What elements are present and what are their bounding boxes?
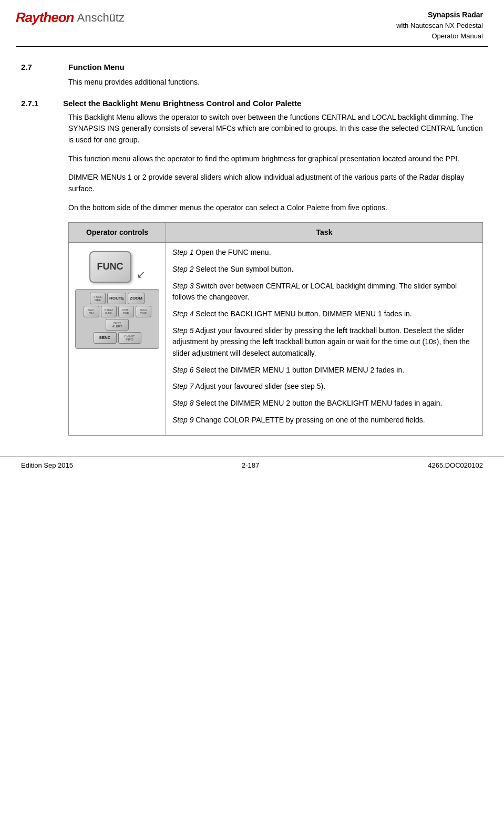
keypad-row-3: TEST ALERT <box>79 319 156 331</box>
anschutz-wordmark: Anschütz <box>77 11 125 25</box>
step-8: Step 8 Select the DIMMER MENU 2 button t… <box>172 398 476 409</box>
raytheon-logo: Raytheon Anschütz <box>16 9 125 26</box>
step-7: Step 7 Adjust your favoured slider (see … <box>172 381 476 393</box>
section-271-para2: This function menu allows the operator t… <box>68 153 483 165</box>
key-stem: STEM EAR <box>101 306 117 317</box>
table-header-task: Task <box>166 222 483 243</box>
task-cell: Step 1 Open the FUNC menu.Step 2 Select … <box>166 243 483 436</box>
section-27-para: This menu provides additional functions. <box>68 77 483 88</box>
key-mag: MAG CUR <box>136 306 151 317</box>
controls-cell: FUNC ↙ T-SCE OFF <box>69 243 166 436</box>
section-271-title: Select the Backlight Menu Brightness Con… <box>63 99 301 108</box>
section-271-para3: DIMMER MENUs 1 or 2 provide several slid… <box>68 172 483 194</box>
step-6: Step 6 Select the DIMMER MENU 1 button D… <box>172 365 476 376</box>
section-271-num: 2.7.1 <box>21 99 53 108</box>
section-27-title: Function Menu <box>68 63 125 71</box>
document-title-line3: Operator Manual <box>396 31 483 42</box>
raytheon-wordmark: Raytheon <box>16 9 74 26</box>
logo-area: Raytheon Anschütz <box>16 9 125 26</box>
step-1: Step 1 Open the FUNC menu. <box>172 247 476 259</box>
footer-edition: Edition Sep 2015 <box>21 461 73 469</box>
steps-list: Step 1 Open the FUNC menu.Step 2 Select … <box>172 247 476 426</box>
section-271-para4: On the bottom side of the dimmer menus t… <box>68 202 483 214</box>
header-title-block: Synapsis Radar with Nautoscan NX Pedesta… <box>396 9 483 41</box>
key-zoom: ZOOM <box>128 293 145 304</box>
key-chart: CHART INFO <box>118 332 141 344</box>
main-content: 2.7 Function Menu This menu provides add… <box>0 47 504 457</box>
table-row: FUNC ↙ T-SCE OFF <box>69 243 483 436</box>
section-27-num: 2.7 <box>21 63 53 71</box>
operator-controls-table: Operator controls Task FUNC ↙ <box>68 222 483 436</box>
key-route: ROUTE <box>107 293 126 304</box>
key-tsce: T-SCE OFF <box>90 293 106 304</box>
keypad-row-4: SENC CHART INFO <box>79 332 156 344</box>
section-27-body: This menu provides additional functions. <box>68 77 483 88</box>
key-senc: SENC <box>94 332 117 344</box>
func-arrow-icon: ↙ <box>137 266 146 283</box>
step-9: Step 9 Change COLOR PALETTE by pressing … <box>172 415 476 426</box>
step-5: Step 5 Adjust your favoured slider by pr… <box>172 325 476 359</box>
footer-doc-num: 4265.DOC020102 <box>428 461 483 469</box>
controls-images: FUNC ↙ T-SCE OFF <box>75 247 159 353</box>
document-title-line1: Synapsis Radar <box>396 9 483 20</box>
keypad-image: T-SCE OFF ROUTE ZOOM <box>75 289 159 349</box>
func-button-image: FUNC <box>89 251 131 283</box>
page-header: Raytheon Anschütz Synapsis Radar with Na… <box>0 0 504 46</box>
key-pmu: PMU OFF <box>118 306 134 317</box>
section-271-heading: 2.7.1 Select the Backlight Menu Brightne… <box>21 99 483 108</box>
step-2: Step 2 Select the Sun symbol button. <box>172 264 476 275</box>
step-4: Step 4 Select the BACKLIGHT MENU button.… <box>172 308 476 320</box>
key-sec: SEC ON <box>84 306 99 317</box>
page-footer: Edition Sep 2015 2-187 4265.DOC020102 <box>0 457 504 473</box>
keypad-row-1: T-SCE OFF ROUTE ZOOM <box>79 293 156 304</box>
section-271-para1: This Backlight Menu allows the operator … <box>68 112 483 146</box>
key-test: TEST ALERT <box>106 319 129 331</box>
document-title-line2: with Nautoscan NX Pedestal <box>396 20 483 31</box>
table-header-controls: Operator controls <box>69 222 166 243</box>
keypad-row-2: SEC ON STEM EAR PMU OFF <box>79 306 156 317</box>
section-271-body: This Backlight Menu allows the operator … <box>68 112 483 436</box>
step-3: Step 3 Switch over between CENTRAL or LO… <box>172 281 476 303</box>
footer-page-num: 2-187 <box>242 461 259 469</box>
section-27-heading: 2.7 Function Menu <box>21 63 483 71</box>
